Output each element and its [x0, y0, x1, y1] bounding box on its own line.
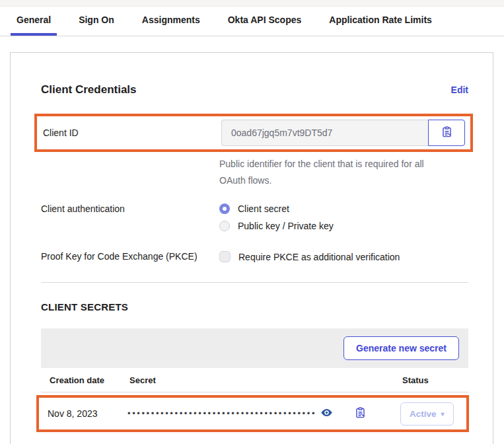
- clipboard-copy-icon: [354, 406, 367, 421]
- radio-client-secret[interactable]: [219, 204, 230, 214]
- copy-client-id-button[interactable]: [428, 120, 465, 146]
- client-id-help-text: Public identifier for the client that is…: [219, 156, 437, 189]
- top-strip: [0, 0, 504, 7]
- tab-assignments[interactable]: Assignments: [136, 7, 206, 36]
- client-authentication-label: Client authentication: [41, 204, 219, 214]
- header-creation-date: Creation date: [41, 375, 129, 385]
- tab-application-rate-limits[interactable]: Application Rate Limits: [323, 7, 438, 36]
- status-label: Active: [410, 409, 437, 419]
- generate-new-secret-button[interactable]: Generate new secret: [343, 336, 459, 360]
- secrets-toolbar-panel: Generate new secret: [41, 328, 468, 368]
- masked-secret-value: ••••••••••••••••••••••••••••••••••••••••: [127, 409, 316, 418]
- pkce-checkbox-label: Require PKCE as additional verification: [238, 252, 400, 262]
- header-status: Status: [402, 375, 468, 385]
- eye-icon: [320, 406, 333, 421]
- tab-sign-on[interactable]: Sign On: [73, 7, 120, 36]
- pkce-checkbox[interactable]: [219, 251, 231, 262]
- tab-general[interactable]: General: [11, 7, 57, 36]
- clipboard-copy-icon: [441, 126, 453, 140]
- client-id-highlight-box: Client ID 0oad67jgq5m7vt9DT5d7: [34, 114, 473, 152]
- table-row: Nov 8, 2023 ••••••••••••••••••••••••••••…: [39, 399, 466, 428]
- app-tab-bar: General Sign On Assignments Okta API Sco…: [0, 7, 504, 36]
- secret-row-highlight-box: Nov 8, 2023 ••••••••••••••••••••••••••••…: [36, 395, 469, 432]
- chevron-down-icon: ▾: [441, 410, 445, 418]
- client-secrets-title: CLIENT SECRETS: [41, 301, 468, 313]
- section-divider: [41, 282, 468, 283]
- client-id-label: Client ID: [43, 120, 221, 138]
- general-settings-card: Client Credentials Edit Client ID 0oad67…: [10, 52, 493, 444]
- client-id-input[interactable]: 0oad67jgq5m7vt9DT5d7: [221, 120, 428, 146]
- edit-link[interactable]: Edit: [451, 85, 468, 95]
- client-credentials-title: Client Credentials: [41, 83, 137, 96]
- copy-secret-button[interactable]: [354, 406, 367, 421]
- reveal-secret-button[interactable]: [320, 406, 333, 421]
- secret-status-dropdown[interactable]: Active ▾: [400, 402, 454, 426]
- pkce-label: Proof Key for Code Exchange (PKCE): [41, 251, 219, 262]
- radio-public-private-key[interactable]: [219, 221, 230, 231]
- radio-public-private-key-label: Public key / Private key: [238, 221, 334, 231]
- header-secret: Secret: [129, 375, 402, 385]
- radio-client-secret-label: Client secret: [238, 204, 289, 214]
- tab-okta-api-scopes[interactable]: Okta API Scopes: [222, 7, 308, 36]
- secrets-table-header: Creation date Secret Status: [41, 368, 468, 392]
- secret-creation-date: Nov 8, 2023: [39, 408, 127, 419]
